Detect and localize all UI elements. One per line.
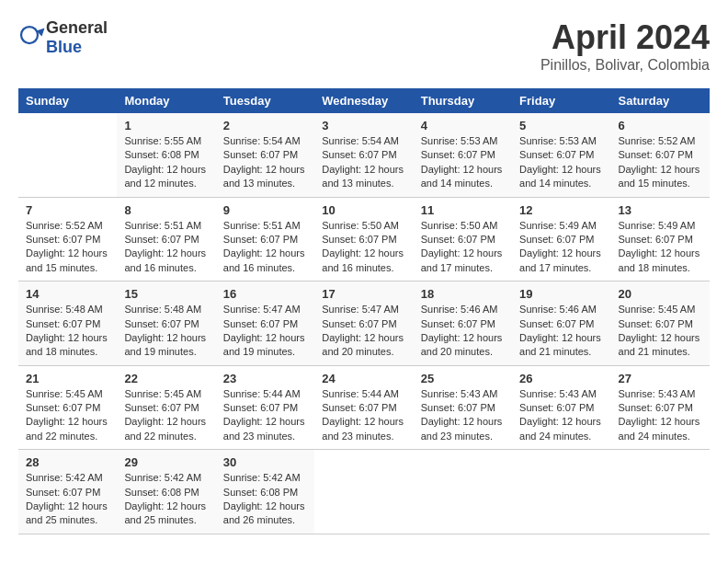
day-number: 10 — [322, 203, 405, 217]
header-sunday: Sunday — [18, 88, 117, 113]
day-number: 8 — [124, 203, 208, 217]
day-info: Sunrise: 5:46 AMSunset: 6:07 PMDaylight:… — [421, 303, 505, 360]
calendar-cell: 11Sunrise: 5:50 AMSunset: 6:07 PMDayligh… — [414, 197, 512, 282]
day-info: Sunrise: 5:53 AMSunset: 6:07 PMDaylight:… — [519, 134, 603, 191]
day-info: Sunrise: 5:52 AMSunset: 6:07 PMDaylight:… — [26, 219, 109, 276]
day-info: Sunrise: 5:49 AMSunset: 6:07 PMDaylight:… — [519, 219, 603, 276]
day-info: Sunrise: 5:43 AMSunset: 6:07 PMDaylight:… — [619, 387, 702, 444]
calendar-cell: 16Sunrise: 5:47 AMSunset: 6:07 PMDayligh… — [216, 282, 314, 366]
calendar-cell: 15Sunrise: 5:48 AMSunset: 6:07 PMDayligh… — [117, 282, 215, 366]
svg-point-0 — [21, 27, 38, 43]
title-area: April 2024 Pinillos, Bolivar, Colombia — [540, 18, 710, 74]
calendar-cell: 13Sunrise: 5:49 AMSunset: 6:07 PMDayligh… — [611, 197, 710, 282]
day-number: 9 — [223, 203, 307, 217]
header-monday: Monday — [117, 88, 215, 113]
calendar-table: Sunday Monday Tuesday Wednesday Thursday… — [18, 88, 710, 534]
calendar-cell: 19Sunrise: 5:46 AMSunset: 6:07 PMDayligh… — [512, 282, 610, 366]
day-info: Sunrise: 5:43 AMSunset: 6:07 PMDaylight:… — [519, 387, 603, 444]
calendar-cell — [414, 450, 512, 534]
calendar-cell — [512, 450, 610, 534]
day-number: 2 — [223, 119, 307, 132]
day-number: 24 — [322, 372, 405, 385]
main-title: April 2024 — [540, 18, 710, 57]
calendar-cell — [18, 113, 117, 197]
day-number: 26 — [519, 372, 603, 385]
logo: General Blue — [18, 18, 108, 57]
calendar-week-row: 28Sunrise: 5:42 AMSunset: 6:07 PMDayligh… — [18, 450, 710, 534]
calendar-cell: 1Sunrise: 5:55 AMSunset: 6:08 PMDaylight… — [117, 113, 215, 197]
day-info: Sunrise: 5:46 AMSunset: 6:07 PMDaylight:… — [519, 303, 603, 360]
day-number: 17 — [322, 287, 405, 301]
calendar-cell: 8Sunrise: 5:51 AMSunset: 6:07 PMDaylight… — [117, 197, 215, 282]
day-info: Sunrise: 5:48 AMSunset: 6:07 PMDaylight:… — [26, 303, 109, 360]
day-info: Sunrise: 5:42 AMSunset: 6:07 PMDaylight:… — [26, 471, 109, 528]
day-info: Sunrise: 5:49 AMSunset: 6:07 PMDaylight:… — [619, 219, 702, 276]
calendar-cell: 22Sunrise: 5:45 AMSunset: 6:07 PMDayligh… — [117, 365, 215, 450]
day-info: Sunrise: 5:50 AMSunset: 6:07 PMDaylight:… — [421, 219, 505, 276]
day-number: 27 — [619, 372, 702, 385]
day-number: 3 — [322, 119, 405, 132]
day-info: Sunrise: 5:43 AMSunset: 6:07 PMDaylight:… — [421, 387, 505, 444]
calendar-cell: 26Sunrise: 5:43 AMSunset: 6:07 PMDayligh… — [512, 365, 610, 450]
calendar-cell: 6Sunrise: 5:52 AMSunset: 6:07 PMDaylight… — [611, 113, 710, 197]
day-number: 11 — [421, 203, 505, 217]
calendar-week-row: 7Sunrise: 5:52 AMSunset: 6:07 PMDaylight… — [18, 197, 710, 282]
calendar-cell: 24Sunrise: 5:44 AMSunset: 6:07 PMDayligh… — [314, 365, 413, 450]
calendar-cell: 28Sunrise: 5:42 AMSunset: 6:07 PMDayligh… — [18, 450, 117, 534]
day-number: 1 — [124, 119, 208, 132]
calendar-cell: 14Sunrise: 5:48 AMSunset: 6:07 PMDayligh… — [18, 282, 117, 366]
day-info: Sunrise: 5:54 AMSunset: 6:07 PMDaylight:… — [322, 134, 405, 191]
day-number: 13 — [619, 203, 702, 217]
day-number: 15 — [124, 287, 208, 301]
day-number: 22 — [124, 372, 208, 385]
logo-blue: Blue — [46, 38, 82, 56]
calendar-cell: 18Sunrise: 5:46 AMSunset: 6:07 PMDayligh… — [414, 282, 512, 366]
day-number: 30 — [223, 455, 307, 469]
day-number: 29 — [124, 455, 208, 469]
header-wednesday: Wednesday — [314, 88, 413, 113]
day-info: Sunrise: 5:54 AMSunset: 6:07 PMDaylight:… — [223, 134, 307, 191]
page-header: General Blue April 2024 Pinillos, Boliva… — [18, 18, 710, 74]
calendar-header-row: Sunday Monday Tuesday Wednesday Thursday… — [18, 88, 710, 113]
day-info: Sunrise: 5:55 AMSunset: 6:08 PMDaylight:… — [124, 134, 208, 191]
day-info: Sunrise: 5:45 AMSunset: 6:07 PMDaylight:… — [26, 387, 109, 444]
calendar-cell — [611, 450, 710, 534]
day-info: Sunrise: 5:51 AMSunset: 6:07 PMDaylight:… — [223, 219, 307, 276]
calendar-cell: 5Sunrise: 5:53 AMSunset: 6:07 PMDaylight… — [512, 113, 610, 197]
day-number: 25 — [421, 372, 505, 385]
calendar-cell — [314, 450, 413, 534]
calendar-cell: 27Sunrise: 5:43 AMSunset: 6:07 PMDayligh… — [611, 365, 710, 450]
header-saturday: Saturday — [611, 88, 710, 113]
day-info: Sunrise: 5:45 AMSunset: 6:07 PMDaylight:… — [124, 387, 208, 444]
subtitle: Pinillos, Bolivar, Colombia — [540, 57, 710, 74]
day-info: Sunrise: 5:52 AMSunset: 6:07 PMDaylight:… — [619, 134, 702, 191]
calendar-cell: 10Sunrise: 5:50 AMSunset: 6:07 PMDayligh… — [314, 197, 413, 282]
calendar-cell: 9Sunrise: 5:51 AMSunset: 6:07 PMDaylight… — [216, 197, 314, 282]
calendar-cell: 3Sunrise: 5:54 AMSunset: 6:07 PMDaylight… — [314, 113, 413, 197]
day-number: 21 — [26, 372, 109, 385]
day-number: 5 — [519, 119, 603, 132]
calendar-cell: 30Sunrise: 5:42 AMSunset: 6:08 PMDayligh… — [216, 450, 314, 534]
day-number: 18 — [421, 287, 505, 301]
day-info: Sunrise: 5:42 AMSunset: 6:08 PMDaylight:… — [124, 471, 208, 528]
day-info: Sunrise: 5:47 AMSunset: 6:07 PMDaylight:… — [223, 303, 307, 360]
calendar-cell: 17Sunrise: 5:47 AMSunset: 6:07 PMDayligh… — [314, 282, 413, 366]
calendar-week-row: 14Sunrise: 5:48 AMSunset: 6:07 PMDayligh… — [18, 282, 710, 366]
calendar-week-row: 21Sunrise: 5:45 AMSunset: 6:07 PMDayligh… — [18, 365, 710, 450]
calendar-cell: 25Sunrise: 5:43 AMSunset: 6:07 PMDayligh… — [414, 365, 512, 450]
day-number: 6 — [619, 119, 702, 132]
logo-general: General — [46, 18, 108, 37]
calendar-week-row: 1Sunrise: 5:55 AMSunset: 6:08 PMDaylight… — [18, 113, 710, 197]
day-number: 14 — [26, 287, 109, 301]
day-info: Sunrise: 5:47 AMSunset: 6:07 PMDaylight:… — [322, 303, 405, 360]
calendar-cell: 23Sunrise: 5:44 AMSunset: 6:07 PMDayligh… — [216, 365, 314, 450]
logo-icon — [18, 24, 46, 52]
day-number: 16 — [223, 287, 307, 301]
day-info: Sunrise: 5:48 AMSunset: 6:07 PMDaylight:… — [124, 303, 208, 360]
day-number: 19 — [519, 287, 603, 301]
day-number: 20 — [619, 287, 702, 301]
day-number: 23 — [223, 372, 307, 385]
calendar-cell: 29Sunrise: 5:42 AMSunset: 6:08 PMDayligh… — [117, 450, 215, 534]
day-info: Sunrise: 5:44 AMSunset: 6:07 PMDaylight:… — [223, 387, 307, 444]
day-number: 4 — [421, 119, 505, 132]
